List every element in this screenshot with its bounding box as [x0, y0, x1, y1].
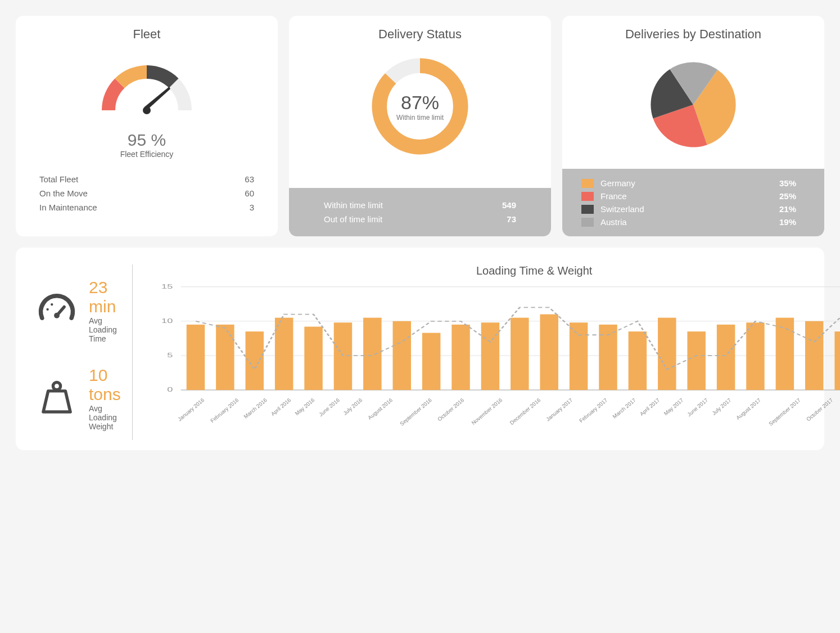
legend-row: Austria19%	[581, 216, 805, 228]
legend-swatch	[581, 205, 594, 214]
svg-text:15: 15	[161, 283, 173, 290]
svg-point-5	[54, 313, 60, 318]
svg-rect-27	[333, 322, 351, 390]
avg-loading-time-label: Avg Loading Time	[89, 316, 121, 343]
fleet-stats: Total Fleet 63 On the Move 60 In Mainten…	[16, 159, 278, 229]
avg-loading-weight-value: 10 tons	[89, 366, 121, 404]
loading-card: 23 min Avg Loading Time 10 tons Avg Load…	[16, 248, 824, 450]
svg-point-8	[53, 383, 60, 390]
loading-combo-chart: 05101515202530	[146, 283, 840, 401]
svg-point-7	[51, 303, 53, 306]
legend-swatch	[581, 218, 594, 227]
svg-rect-29	[392, 321, 410, 390]
delivery-pct-label: Within time limit	[396, 114, 444, 122]
svg-rect-33	[511, 318, 529, 390]
svg-rect-39	[687, 331, 705, 390]
fleet-card: Fleet 95 %	[16, 16, 278, 236]
loading-stats: 23 min Avg Loading Time 10 tons Avg Load…	[33, 264, 133, 440]
fleet-efficiency-label: Fleet Efficiency	[120, 150, 174, 159]
legend-row: Switzerland21%	[581, 203, 805, 216]
svg-rect-40	[717, 325, 735, 390]
destinations-legend: Germany35%France25%Switzerland21%Austria…	[562, 169, 824, 236]
svg-rect-23	[216, 325, 234, 390]
fleet-stat-row: In Maintenance 3	[39, 200, 254, 214]
svg-point-1	[143, 106, 151, 114]
svg-text:0: 0	[167, 386, 173, 393]
destinations-title: Deliveries by Destination	[562, 16, 824, 50]
svg-rect-43	[805, 321, 823, 390]
svg-text:10: 10	[161, 317, 173, 324]
top-grid: Fleet 95 %	[16, 16, 824, 236]
svg-rect-34	[540, 315, 558, 390]
svg-rect-44	[834, 331, 840, 390]
svg-rect-42	[775, 318, 793, 390]
legend-row: Germany35%	[581, 177, 805, 190]
delivery-donut: 87% Within time limit	[367, 53, 473, 160]
combo-chart-xlabels: January 2016February 2016March 2016April…	[146, 399, 840, 405]
avg-loading-time-value: 23 min	[89, 278, 121, 316]
fleet-gauge	[91, 54, 203, 133]
svg-rect-26	[304, 327, 322, 390]
svg-rect-32	[481, 322, 499, 390]
svg-rect-41	[746, 322, 764, 390]
svg-point-6	[46, 308, 48, 311]
svg-rect-37	[628, 331, 646, 390]
fleet-stat-row: On the Move 60	[39, 186, 254, 200]
svg-rect-22	[186, 325, 204, 390]
destinations-pie	[643, 54, 744, 155]
speedometer-icon	[37, 291, 76, 330]
combo-chart-title: Loading Time & Weight	[146, 264, 840, 277]
avg-loading-weight-label: Avg Loading Weight	[89, 404, 121, 431]
svg-rect-28	[363, 318, 381, 390]
svg-rect-31	[451, 325, 469, 390]
weight-icon	[37, 379, 76, 418]
legend-row: France25%	[581, 190, 805, 203]
svg-rect-24	[245, 331, 263, 390]
legend-swatch	[581, 192, 594, 201]
delivery-pct: 87%	[401, 92, 439, 114]
fleet-title: Fleet	[16, 16, 278, 50]
svg-rect-38	[658, 318, 676, 390]
fleet-stat-row: Total Fleet 63	[39, 172, 254, 186]
destinations-card: Deliveries by Destination Germany35%Fran…	[562, 16, 824, 236]
delivery-footer: Within time limit 549 Out of time limit …	[289, 188, 551, 236]
delivery-card: Delivery Status 87% Within time limit Wi…	[289, 16, 551, 236]
svg-rect-25	[275, 318, 293, 390]
legend-swatch	[581, 179, 594, 188]
svg-rect-35	[570, 322, 588, 390]
svg-rect-30	[422, 333, 440, 390]
svg-text:5: 5	[167, 352, 173, 358]
fleet-efficiency-value: 95 %	[120, 131, 174, 150]
delivery-title: Delivery Status	[289, 16, 551, 50]
